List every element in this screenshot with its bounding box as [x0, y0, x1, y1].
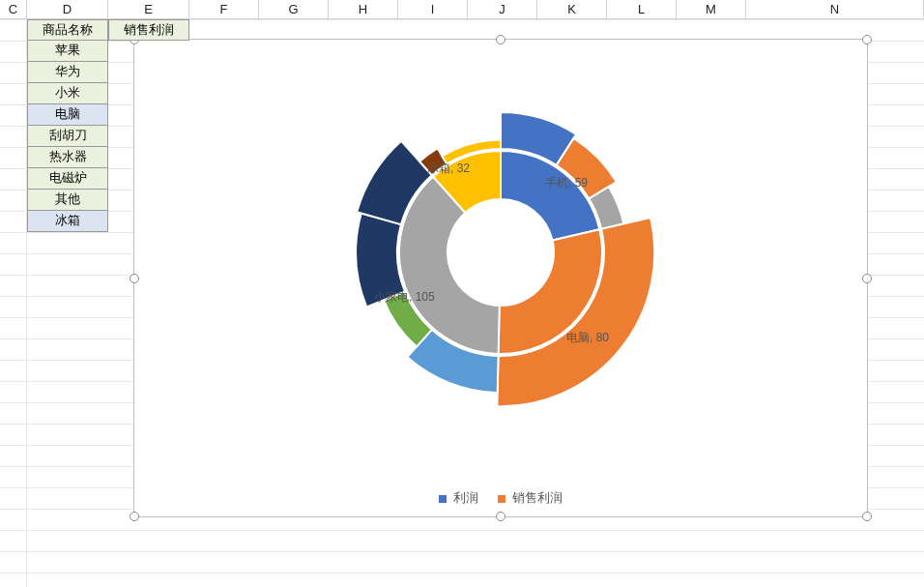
- table-row: 电脑: [27, 104, 189, 126]
- cell-d-indented[interactable]: 电脑: [27, 104, 108, 126]
- cell-d[interactable]: 小米: [27, 83, 108, 104]
- plot-area[interactable]: 手机, 59电脑, 80小家电, 105冰箱, 32: [154, 49, 848, 468]
- data-label[interactable]: 冰箱, 32: [427, 161, 470, 177]
- cell-d[interactable]: 电磁炉: [27, 168, 108, 190]
- chart-object[interactable]: 手机, 59电脑, 80小家电, 105冰箱, 32 利润 销售利润: [133, 39, 868, 517]
- chart-legend[interactable]: 利润 销售利润: [134, 489, 867, 507]
- col-header-i[interactable]: I: [398, 0, 468, 19]
- col-header-d[interactable]: D: [27, 0, 108, 19]
- cell-d-indented[interactable]: 冰箱: [27, 211, 108, 232]
- resize-handle-tr[interactable]: [862, 35, 872, 44]
- cell-d-header[interactable]: 商品名称: [27, 19, 108, 41]
- table-row: 热水器: [27, 147, 189, 168]
- table-row: 其他: [27, 190, 189, 211]
- legend-swatch: [498, 495, 505, 503]
- col-header-c[interactable]: C: [0, 0, 27, 19]
- table-row: 刮胡刀: [27, 126, 189, 147]
- data-label[interactable]: 小家电, 105: [374, 289, 435, 306]
- table-row: 华为: [27, 62, 189, 83]
- table-range: 商品名称 销售利润 苹果 华为 小米 电脑 刮胡刀 热水器 电磁炉 其他 冰箱: [27, 19, 189, 232]
- col-header-l[interactable]: L: [607, 0, 677, 19]
- legend-label: 利润: [453, 490, 478, 505]
- resize-handle-ml[interactable]: [130, 274, 139, 283]
- col-header-h[interactable]: H: [329, 0, 398, 19]
- cell-d[interactable]: 其他: [27, 190, 108, 211]
- cell-d[interactable]: 刮胡刀: [27, 126, 108, 147]
- table-row: 小米: [27, 83, 189, 104]
- legend-label: 销售利润: [512, 490, 563, 505]
- col-header-g[interactable]: G: [259, 0, 329, 19]
- legend-item[interactable]: 利润: [439, 489, 479, 507]
- sunburst-chart[interactable]: [298, 49, 704, 455]
- resize-handle-bl[interactable]: [130, 512, 139, 521]
- col-header-e[interactable]: E: [108, 0, 189, 19]
- column-headers: C D E F G H I J K L M N: [0, 0, 924, 19]
- col-header-k[interactable]: K: [537, 0, 607, 19]
- col-header-n[interactable]: N: [746, 0, 924, 19]
- resize-handle-bm[interactable]: [496, 512, 505, 521]
- legend-swatch: [439, 495, 447, 503]
- data-label[interactable]: 电脑, 80: [566, 330, 609, 346]
- table-header-row: 商品名称 销售利润: [27, 19, 189, 41]
- col-header-f[interactable]: F: [189, 0, 259, 19]
- col-header-j[interactable]: J: [468, 0, 537, 19]
- cell-e-header[interactable]: 销售利润: [108, 19, 189, 41]
- col-header-m[interactable]: M: [677, 0, 746, 19]
- legend-item[interactable]: 销售利润: [498, 489, 563, 507]
- resize-handle-br[interactable]: [862, 512, 872, 521]
- cell-d[interactable]: 华为: [27, 62, 108, 83]
- data-label[interactable]: 手机, 59: [545, 175, 588, 191]
- table-row: 苹果: [27, 41, 189, 62]
- cell-d[interactable]: 热水器: [27, 147, 108, 168]
- cell-d[interactable]: 苹果: [27, 41, 108, 62]
- table-row: 电磁炉: [27, 168, 189, 190]
- resize-handle-tm[interactable]: [496, 35, 505, 44]
- resize-handle-mr[interactable]: [862, 274, 872, 283]
- column-c-edge: [0, 19, 27, 587]
- table-row: 冰箱: [27, 211, 189, 232]
